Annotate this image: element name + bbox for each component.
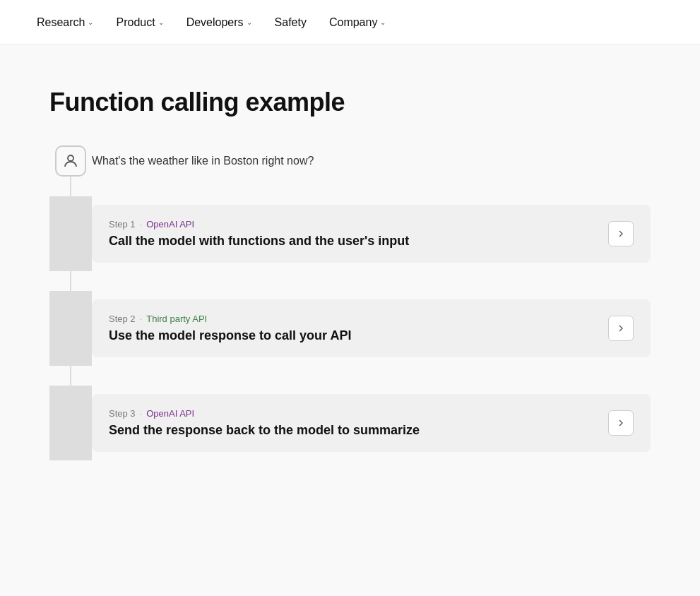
user-icon <box>62 153 79 169</box>
step-card-1: Step 1 · OpenAI API Call the model with … <box>92 205 651 263</box>
step-label-3: Step 3 · OpenAI API <box>109 408 597 419</box>
step-card-col-3: Step 3 · OpenAI API Send the response ba… <box>92 386 651 460</box>
step-content-1: Step 1 · OpenAI API Call the model with … <box>109 219 597 249</box>
nav-item-safety[interactable]: Safety <box>266 11 315 35</box>
user-message-row: What's the weather like in Boston right … <box>49 145 651 177</box>
line-col <box>49 177 92 196</box>
step-content-3: Step 3 · OpenAI API Send the response ba… <box>109 408 597 438</box>
step-api-label-1: OpenAI API <box>146 219 194 230</box>
step-row-1: Step 1 · OpenAI API Call the model with … <box>49 196 651 271</box>
step-card-col-2: Step 2 · Third party API Use the model r… <box>92 291 651 366</box>
nav-label-research: Research <box>37 16 85 29</box>
chevron-down-icon: ⌄ <box>88 18 93 26</box>
flow-diagram: What's the weather like in Boston right … <box>49 145 651 460</box>
nav-item-research[interactable]: Research ⌄ <box>28 11 102 35</box>
step-row-3: Step 3 · OpenAI API Send the response ba… <box>49 386 651 460</box>
step-number-2: Step 2 <box>109 314 136 324</box>
nav-item-product[interactable]: Product ⌄ <box>107 11 172 35</box>
main-nav: Research ⌄ Product ⌄ Developers ⌄ Safety… <box>0 0 700 45</box>
vertical-line <box>70 177 71 196</box>
nav-item-company[interactable]: Company ⌄ <box>321 11 394 35</box>
line-col <box>49 291 92 366</box>
vertical-line <box>70 366 71 386</box>
step-label-1: Step 1 · OpenAI API <box>109 219 597 230</box>
svg-point-0 <box>68 155 73 161</box>
vertical-line <box>49 291 92 366</box>
main-content: Function calling example What's the weat… <box>0 45 700 489</box>
line-col <box>49 271 92 291</box>
step-number-3: Step 3 <box>109 408 136 419</box>
chevron-down-icon: ⌄ <box>158 18 164 26</box>
step-dot-1: · <box>140 219 143 230</box>
step-number-1: Step 1 <box>109 219 136 230</box>
step-title-2: Use the model response to call your API <box>109 328 597 343</box>
user-message-content: What's the weather like in Boston right … <box>92 155 651 167</box>
step-label-2: Step 2 · Third party API <box>109 314 597 324</box>
step-title-1: Call the model with functions and the us… <box>109 234 597 249</box>
vertical-line <box>49 196 92 271</box>
connector-3 <box>49 366 651 386</box>
step-api-label-2: Third party API <box>146 314 207 324</box>
step-card-col-1: Step 1 · OpenAI API Call the model with … <box>92 196 651 271</box>
step-expand-button-1[interactable] <box>608 221 634 246</box>
user-icon-col <box>49 145 92 177</box>
chevron-down-icon: ⌄ <box>247 18 252 26</box>
step-card-3: Step 3 · OpenAI API Send the response ba… <box>92 394 651 452</box>
connector-2 <box>49 271 651 291</box>
line-col <box>49 366 92 386</box>
step-dot-2: · <box>140 314 143 324</box>
vertical-line <box>49 386 92 460</box>
step-api-label-3: OpenAI API <box>146 408 194 419</box>
nav-label-product: Product <box>116 16 155 29</box>
avatar <box>55 145 86 177</box>
nav-label-company: Company <box>329 16 377 29</box>
nav-item-developers[interactable]: Developers ⌄ <box>178 11 261 35</box>
nav-label-safety: Safety <box>275 16 307 29</box>
step-title-3: Send the response back to the model to s… <box>109 423 597 438</box>
nav-label-developers: Developers <box>186 16 244 29</box>
chevron-down-icon: ⌄ <box>380 18 386 26</box>
step-expand-button-3[interactable] <box>608 410 634 436</box>
step-expand-button-2[interactable] <box>608 316 634 341</box>
step-content-2: Step 2 · Third party API Use the model r… <box>109 314 597 343</box>
line-col <box>49 196 92 271</box>
step-card-2: Step 2 · Third party API Use the model r… <box>92 299 651 357</box>
step-dot-3: · <box>140 408 143 419</box>
expand-icon <box>615 417 627 429</box>
line-col <box>49 386 92 460</box>
step-row-2: Step 2 · Third party API Use the model r… <box>49 291 651 366</box>
expand-icon <box>615 228 627 239</box>
page-title: Function calling example <box>49 88 651 117</box>
vertical-line <box>70 271 71 291</box>
connector-1 <box>49 177 651 196</box>
expand-icon <box>615 323 627 334</box>
user-message-text: What's the weather like in Boston right … <box>92 155 314 167</box>
